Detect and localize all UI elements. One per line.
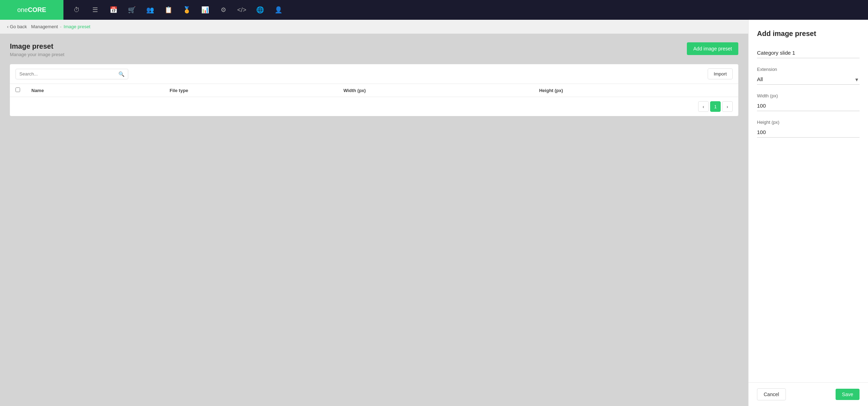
col-height: Height (px) (534, 84, 738, 97)
page-subtitle: Manage your image preset (10, 52, 64, 57)
extension-select[interactable]: All jpg png gif webp (757, 74, 860, 85)
select-all-checkbox[interactable] (16, 87, 20, 92)
height-label: Height (px) (757, 120, 860, 125)
calendar-icon[interactable]: 📅 (106, 2, 121, 18)
page-title: Image preset (10, 42, 64, 50)
document-icon[interactable]: ☰ (87, 2, 103, 18)
table-footer: ‹ 1 › (10, 97, 738, 116)
col-name: Name (26, 84, 164, 97)
page-title-group: Image preset Manage your image preset (10, 42, 64, 57)
import-button[interactable]: Import (708, 68, 733, 79)
clock-icon[interactable]: ⏱ (69, 2, 85, 18)
form-group-name (757, 48, 860, 58)
cancel-button[interactable]: Cancel (757, 388, 786, 400)
table-header-row: Name File type Width (px) Height (px) (10, 84, 738, 97)
back-button[interactable]: ‹ Go back (7, 24, 27, 29)
breadcrumb: ‹ Go back Management - Image preset (0, 20, 748, 34)
top-navigation: oneCORE ⏱ ☰ 📅 🛒 👥 📋 🏅 📊 ⚙ </> 🌐 👤 (0, 0, 868, 20)
col-file-type: File type (164, 84, 338, 97)
table-card: 🔍 Import Name File type Width (px) (10, 64, 738, 116)
logo-text: oneCORE (17, 6, 46, 14)
save-button[interactable]: Save (836, 389, 860, 400)
form-group-height: Height (px) (757, 120, 860, 138)
user-icon[interactable]: 👤 (271, 2, 286, 18)
form-title: Add image preset (757, 30, 860, 38)
cart-icon[interactable]: 🛒 (124, 2, 140, 18)
form-actions: Cancel Save (749, 382, 868, 406)
search-box: 🔍 (16, 69, 128, 79)
add-image-preset-button[interactable]: Add image preset (687, 42, 738, 55)
clipboard-icon[interactable]: 📋 (161, 2, 176, 18)
content-area: Image preset Manage your image preset Ad… (0, 34, 748, 125)
form-panel: Add image preset Extension All jpg png g… (749, 20, 868, 382)
page-header: Image preset Manage your image preset Ad… (10, 42, 738, 57)
col-width: Width (px) (338, 84, 533, 97)
search-icon: 🔍 (118, 71, 124, 77)
select-all-header (10, 84, 26, 97)
page-1-button[interactable]: 1 (710, 101, 721, 112)
breadcrumb-current: Image preset (64, 24, 91, 29)
nav-icons: ⏱ ☰ 📅 🛒 👥 📋 🏅 📊 ⚙ </> 🌐 👤 (69, 2, 286, 18)
height-input[interactable] (757, 127, 860, 138)
extension-label: Extension (757, 67, 860, 72)
globe-icon[interactable]: 🌐 (252, 2, 268, 18)
next-page-button[interactable]: › (722, 101, 733, 112)
table-toolbar: 🔍 Import (10, 64, 738, 84)
search-input[interactable] (19, 71, 116, 77)
badge-icon[interactable]: 🏅 (179, 2, 195, 18)
settings-icon[interactable]: ⚙ (216, 2, 231, 18)
preset-name-input[interactable] (757, 48, 860, 58)
chart-icon[interactable]: 📊 (197, 2, 213, 18)
form-group-width: Width (px) (757, 93, 860, 111)
breadcrumb-separator: - (60, 24, 61, 29)
users-icon[interactable]: 👥 (142, 2, 158, 18)
form-group-extension: Extension All jpg png gif webp (757, 67, 860, 85)
data-table: Name File type Width (px) Height (px) (10, 84, 738, 97)
width-label: Width (px) (757, 93, 860, 98)
logo[interactable]: oneCORE (0, 0, 63, 20)
width-input[interactable] (757, 101, 860, 111)
right-panel: Add image preset Extension All jpg png g… (748, 20, 868, 406)
prev-page-button[interactable]: ‹ (698, 101, 709, 112)
extension-select-wrap: All jpg png gif webp (757, 74, 860, 85)
breadcrumb-parent: Management (31, 24, 58, 29)
left-panel: ‹ Go back Management - Image preset Imag… (0, 20, 748, 406)
code-icon[interactable]: </> (234, 2, 250, 18)
